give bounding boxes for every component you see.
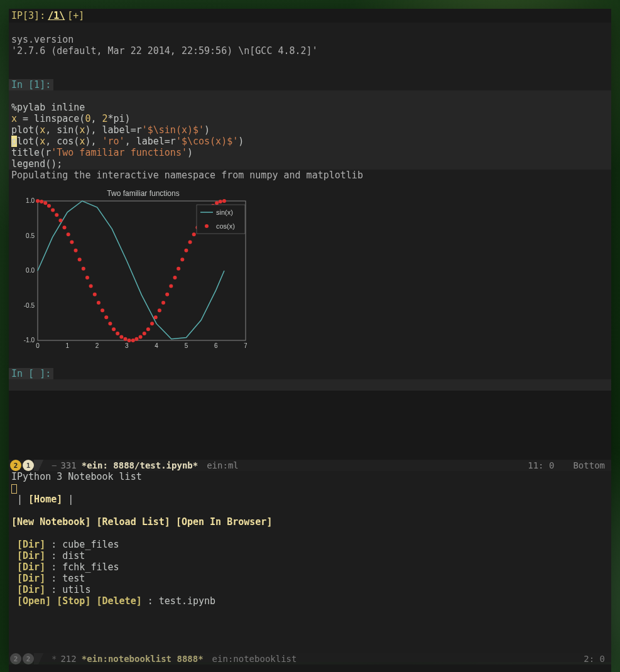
- code-line: %pylab inline: [11, 102, 85, 113]
- svg-point-35: [116, 332, 119, 335]
- tab-prefix: IP[3]:: [11, 10, 45, 21]
- breadcrumb: | [Home] |: [11, 494, 609, 505]
- svg-point-48: [165, 293, 169, 296]
- notebook-list-pane: IPython 3 Notebook list | [Home] | [New …: [9, 471, 611, 653]
- svg-text:-0.5: -0.5: [24, 302, 35, 309]
- svg-point-20: [58, 219, 62, 222]
- svg-text:1.0: 1.0: [26, 197, 35, 204]
- window-badge[interactable]: 1: [23, 460, 34, 471]
- svg-point-44: [150, 322, 154, 325]
- minibuffer[interactable]: [9, 664, 611, 672]
- output-line: sys.version: [11, 34, 73, 45]
- svg-point-42: [143, 332, 146, 335]
- svg-point-33: [108, 322, 112, 325]
- cell-code[interactable]: %pylab inline x = linspace(0, 2*pi) plot…: [9, 90, 611, 170]
- svg-point-45: [154, 315, 158, 319]
- home-button[interactable]: [Home]: [28, 494, 62, 505]
- delete-file-button[interactable]: [Delete]: [96, 595, 141, 607]
- code-line: legend();: [11, 158, 62, 170]
- open-browser-button[interactable]: [Open In Browser]: [176, 516, 273, 528]
- svg-point-43: [146, 327, 150, 331]
- list-item[interactable]: [Dir] : cube_files: [11, 539, 609, 550]
- output-line: '2.7.6 (default, Mar 22 2014, 22:59:56) …: [11, 45, 318, 57]
- svg-point-38: [128, 339, 131, 342]
- svg-text:6: 6: [214, 342, 218, 349]
- list-item[interactable]: [Dir] : utils: [11, 584, 609, 595]
- svg-point-18: [51, 208, 55, 212]
- tab-add-icon[interactable]: [+]: [67, 10, 84, 21]
- svg-point-52: [180, 257, 184, 261]
- buffer-name: *ein: 8888/test.ipynb*: [82, 460, 198, 470]
- svg-point-36: [119, 335, 123, 339]
- svg-point-34: [112, 327, 116, 331]
- workspace-badge[interactable]: 2: [10, 653, 21, 664]
- svg-point-39: [131, 339, 135, 342]
- svg-point-40: [134, 337, 138, 341]
- list-item[interactable]: [Dir] : fchk_files: [11, 561, 609, 573]
- svg-point-66: [205, 224, 209, 228]
- svg-text:7: 7: [244, 342, 247, 349]
- svg-text:2: 2: [95, 342, 99, 349]
- cursor-pos: 2: 0: [584, 654, 605, 664]
- svg-point-16: [43, 201, 47, 205]
- svg-text:1: 1: [66, 342, 70, 349]
- svg-text:0: 0: [36, 342, 40, 349]
- svg-point-53: [184, 249, 188, 252]
- svg-point-51: [177, 267, 180, 271]
- svg-point-27: [85, 276, 89, 279]
- empty-cell[interactable]: [9, 379, 611, 391]
- svg-point-37: [123, 337, 127, 341]
- svg-text:4: 4: [155, 342, 158, 349]
- reload-list-button[interactable]: [Reload List]: [96, 516, 170, 528]
- plot-figure: Two familiar functions -1.0-0.50.00.51.0…: [11, 187, 247, 350]
- svg-text:3: 3: [125, 342, 129, 349]
- svg-point-61: [215, 201, 219, 205]
- svg-point-50: [173, 276, 177, 279]
- cursor-pos: 11: 0: [528, 460, 554, 470]
- svg-point-54: [188, 240, 192, 244]
- svg-point-19: [55, 213, 58, 217]
- cursor-icon: p: [11, 136, 17, 147]
- list-item[interactable]: [Dir] : test: [11, 573, 609, 584]
- svg-point-17: [47, 204, 51, 208]
- code-line: plot(x, sin(x), label=r'$\sin(x)$'): [11, 124, 210, 136]
- scroll-pos: Bottom: [573, 460, 605, 470]
- svg-text:5: 5: [185, 342, 188, 349]
- code-line: x = linspace(0, 2*pi): [11, 113, 131, 124]
- chart-output: Two familiar functions -1.0-0.50.00.51.0…: [9, 181, 611, 359]
- chart-title: Two familiar functions: [107, 189, 179, 198]
- svg-point-15: [40, 200, 43, 203]
- notebook-pane: sys.version '2.7.6 (default, Mar 22 2014…: [9, 23, 611, 460]
- svg-point-26: [82, 267, 85, 271]
- list-item[interactable]: [Dir] : dist: [11, 550, 609, 561]
- svg-text:0.5: 0.5: [26, 232, 35, 239]
- new-notebook-button[interactable]: [New Notebook]: [11, 516, 90, 528]
- mode-line: 2 2 * 212 *ein:notebooklist 8888* ein:no…: [9, 653, 611, 664]
- svg-text:-1.0: -1.0: [24, 337, 35, 344]
- svg-point-63: [222, 199, 226, 203]
- window-badge[interactable]: 2: [23, 653, 34, 664]
- svg-point-23: [70, 240, 73, 244]
- svg-point-14: [36, 199, 40, 203]
- svg-point-41: [139, 335, 143, 339]
- cell-input-prompt: In [ ]:: [9, 368, 53, 379]
- svg-point-25: [78, 257, 82, 261]
- open-file-button[interactable]: [Open]: [17, 595, 51, 607]
- tab-current[interactable]: /1\: [48, 10, 65, 21]
- svg-point-47: [161, 301, 165, 305]
- svg-point-55: [192, 232, 196, 236]
- svg-point-46: [158, 308, 161, 312]
- svg-point-49: [169, 284, 173, 288]
- file-name: test.ipynb: [159, 595, 215, 607]
- svg-point-30: [97, 301, 101, 305]
- svg-point-29: [93, 293, 97, 296]
- buffer-name: *ein:notebooklist 8888*: [82, 654, 204, 664]
- svg-point-24: [74, 249, 78, 252]
- svg-point-32: [104, 315, 108, 319]
- workspace-badge[interactable]: 2: [10, 460, 21, 471]
- cell-output-sysversion: sys.version '2.7.6 (default, Mar 22 2014…: [9, 23, 611, 68]
- stop-file-button[interactable]: [Stop]: [57, 595, 90, 607]
- svg-point-22: [67, 232, 70, 236]
- line-number: 212: [60, 654, 76, 664]
- svg-point-62: [219, 200, 222, 203]
